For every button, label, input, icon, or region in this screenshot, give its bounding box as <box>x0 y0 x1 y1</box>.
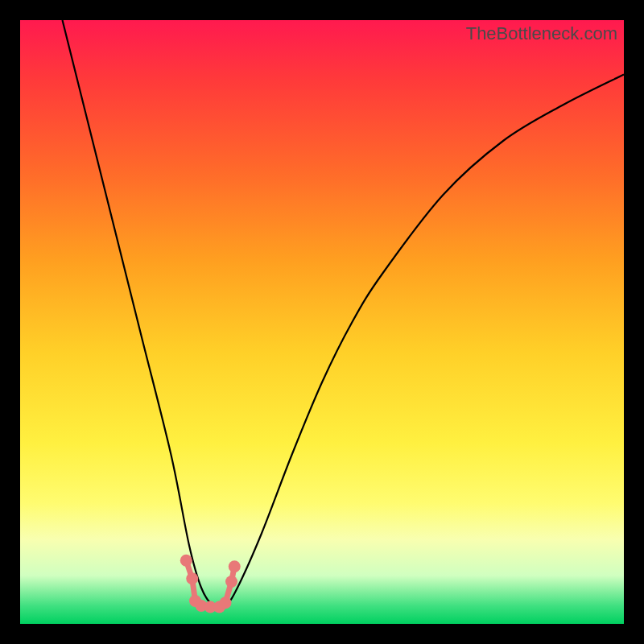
plot-area: TheBottleneck.com <box>20 20 624 624</box>
bottleneck-curve <box>63 20 625 608</box>
svg-point-0 <box>180 555 192 567</box>
svg-point-1 <box>186 572 198 584</box>
curve-svg <box>20 20 624 624</box>
chart-frame: TheBottleneck.com <box>0 0 644 644</box>
svg-point-8 <box>229 560 241 572</box>
svg-point-7 <box>225 576 237 588</box>
sweet-spot-dots <box>180 555 241 613</box>
svg-point-6 <box>220 597 232 609</box>
